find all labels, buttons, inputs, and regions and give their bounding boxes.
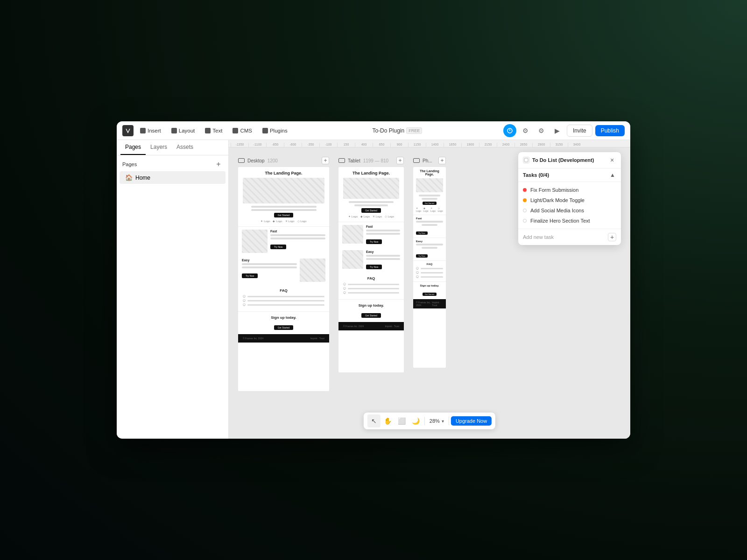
tablet-frame-label: Tablet xyxy=(348,158,360,163)
logo-p1: ✦ Logo xyxy=(416,207,422,212)
todo-task-list: Fix Form Submission Light/Dark Mode Togg… xyxy=(518,182,621,229)
zoom-dropdown[interactable]: ▾ xyxy=(442,419,444,424)
faq-line-2 xyxy=(247,300,324,301)
ruler-mark: 1150 xyxy=(408,143,426,147)
toolbar-left: Insert Layout Text CMS Plugins xyxy=(122,125,291,136)
todo-close-button[interactable]: × xyxy=(608,156,616,164)
faq-icon-p1: + xyxy=(416,267,419,270)
frames-container: Desktop 1200 + The Landing Page. xyxy=(229,147,630,439)
desktop-frame-header: Desktop 1200 + xyxy=(238,157,329,164)
settings-button[interactable]: ⚙ xyxy=(519,124,532,137)
todo-header: To Do List (Development) × xyxy=(518,152,621,168)
task-text-3: Add Social Media Icons xyxy=(530,208,584,213)
hero-cta-phone: Get Started xyxy=(423,202,437,205)
todo-task-1[interactable]: Fix Form Submission xyxy=(518,185,621,195)
ruler-marks: -1350 -1100 -850 -600 -350 -100 150 400 … xyxy=(231,143,585,147)
faq-icon-t1: + xyxy=(343,283,346,286)
app-window: Insert Layout Text CMS Plugins To-Do Plu… xyxy=(117,121,630,439)
upgrade-button[interactable]: Upgrade Now xyxy=(451,416,492,426)
publish-button[interactable]: Publish xyxy=(595,125,625,136)
tab-pages[interactable]: Pages xyxy=(120,140,146,155)
play-button[interactable]: ▶ xyxy=(551,124,564,137)
canvas-area[interactable]: -1350 -1100 -850 -600 -350 -100 150 400 … xyxy=(229,140,630,439)
hero-title-tablet: The Landing Page. xyxy=(343,171,399,175)
fast-line-phone xyxy=(416,221,443,223)
app-logo[interactable] xyxy=(122,125,134,136)
hand-tool[interactable]: ✋ xyxy=(381,414,395,427)
faq-line-p1 xyxy=(421,268,443,269)
ruler-mark: -600 xyxy=(284,143,302,147)
e1-t xyxy=(366,255,400,257)
faq-icon-p3: + xyxy=(416,275,419,278)
cms-button[interactable]: CMS xyxy=(229,126,256,135)
zoom-control: 28% ▾ xyxy=(427,418,447,424)
footer-links-phone: Imprint · Trust xyxy=(432,301,443,307)
tablet-frame-add[interactable]: + xyxy=(396,157,404,164)
todo-sort-button[interactable]: ▲ xyxy=(609,171,616,179)
insert-button[interactable]: Insert xyxy=(136,126,165,135)
todo-task-2[interactable]: Light/Dark Mode Toggle xyxy=(518,195,621,205)
hero-section-desktop: The Landing Page. Get Started ✦ Logo xyxy=(238,167,329,227)
ruler-mark: 3400 xyxy=(568,143,585,147)
add-task-icon[interactable]: + xyxy=(608,233,616,241)
ruler-mark: 2650 xyxy=(514,143,532,147)
gear-button[interactable]: ⚙ xyxy=(535,124,548,137)
signup-section-phone: Sign up today. Get Started xyxy=(413,282,446,299)
phone-frame-header: Ph... + xyxy=(413,157,446,164)
easy-line-phone xyxy=(416,244,443,245)
select-tool[interactable]: ↖ xyxy=(367,414,381,427)
plugins-button[interactable]: Plugins xyxy=(259,126,291,135)
todo-task-3[interactable]: Add Social Media Icons xyxy=(518,205,621,216)
ruler-mark: 1400 xyxy=(426,143,444,147)
hero-text-tablet-2 xyxy=(354,204,388,206)
desktop-frame[interactable]: The Landing Page. Get Started ✦ Logo xyxy=(238,167,329,391)
feature-easy-title: Easy xyxy=(242,259,297,262)
feature-easy-text: Easy Try Now xyxy=(242,259,297,279)
ruler-mark: 2150 xyxy=(479,143,497,147)
feature-fast-desktop: Fast Try Now xyxy=(238,227,329,256)
layout-button[interactable]: Layout xyxy=(168,126,199,135)
todo-task-4[interactable]: Finalize Hero Section Text xyxy=(518,216,621,226)
faq-p3: + xyxy=(416,275,443,278)
toolbar-divider xyxy=(424,417,425,425)
logo-1: ✦ Logo xyxy=(261,219,270,223)
tab-layers[interactable]: Layers xyxy=(146,140,172,155)
ruler-mark: 650 xyxy=(373,143,390,147)
add-page-button[interactable]: + xyxy=(214,160,223,168)
feature-easy-text-tablet: Easy Try Now xyxy=(366,250,400,270)
add-task-area[interactable]: Add new task + xyxy=(518,229,621,245)
feature-fast-title-tablet: Fast xyxy=(366,225,400,228)
ruler-mark: 1900 xyxy=(461,143,479,147)
main-area: Pages Layers Assets Pages + 🏠 Home -1350… xyxy=(117,140,630,439)
f1-t xyxy=(366,230,400,231)
tablet-frame[interactable]: The Landing Page. Get Started ✦ Logo xyxy=(338,167,404,372)
hero-image-desktop xyxy=(243,178,324,203)
fast-btn-tablet: Try Now xyxy=(366,239,382,244)
tab-assets[interactable]: Assets xyxy=(172,140,198,155)
signup-title-desktop: Sign up today. xyxy=(242,315,325,320)
faq-icon-p2: + xyxy=(416,271,419,274)
hero-text-1 xyxy=(251,206,317,208)
invite-button[interactable]: Invite xyxy=(567,125,592,137)
phone-frame-add[interactable]: + xyxy=(438,157,446,164)
faq-item-1: + xyxy=(243,295,324,298)
footer-copy-desktop: © Frames Inc. 2024 xyxy=(243,337,263,340)
ruler-mark: 1650 xyxy=(444,143,461,147)
desktop-frame-add[interactable]: + xyxy=(322,157,329,164)
signup-section-tablet: Sign up today. Get Started xyxy=(338,300,404,322)
page-home-item[interactable]: 🏠 Home xyxy=(120,171,226,184)
moon-tool[interactable]: 🌙 xyxy=(409,414,423,427)
todo-checkbox[interactable] xyxy=(523,157,529,163)
text-button[interactable]: Text xyxy=(201,126,226,135)
hero-cta-btn-tablet: Get Started xyxy=(361,208,381,213)
faq-section-desktop: FAQ + + + xyxy=(238,285,329,312)
easy-btn-tablet: Try Now xyxy=(366,265,382,269)
toolbar: Insert Layout Text CMS Plugins To-Do Plu… xyxy=(117,121,630,140)
shape-tool[interactable]: ⬜ xyxy=(395,414,409,427)
power-button[interactable] xyxy=(503,124,516,137)
task-text-1: Fix Form Submission xyxy=(530,187,578,193)
footer-tablet: © Frames Inc. 2024 Imprint · Trust xyxy=(338,322,404,330)
faq-t1: + xyxy=(343,283,399,286)
feature-fast-line2 xyxy=(270,238,325,239)
phone-frame[interactable]: The Landing Page. Get Started ✦ Logo xyxy=(413,167,446,368)
